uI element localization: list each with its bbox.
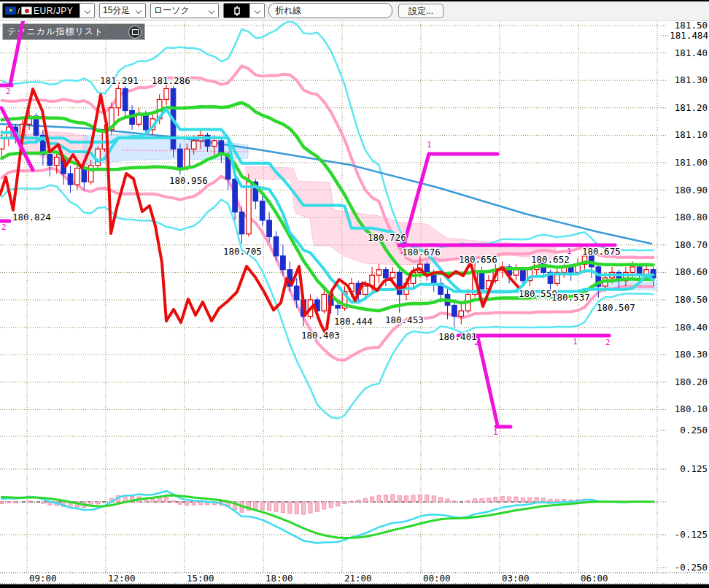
svg-text:181.30: 181.30 [675, 74, 708, 85]
window-top-border [0, 0, 709, 1]
svg-text:181.20: 181.20 [675, 102, 708, 113]
svg-text:180.50: 180.50 [675, 294, 708, 305]
chevron-down-icon[interactable] [131, 4, 145, 18]
candle-style-select[interactable] [223, 3, 265, 18]
chevron-down-icon[interactable] [80, 4, 94, 18]
svg-text:09:00: 09:00 [29, 573, 57, 584]
svg-text:12:00: 12:00 [108, 573, 136, 584]
trendline-handle-label: 2 [613, 246, 618, 255]
panel-title: テクニカル指標リスト [7, 26, 128, 38]
svg-text:180.444: 180.444 [334, 316, 373, 327]
svg-text:06:00: 06:00 [581, 573, 608, 584]
pair-display: ✶ / EUR/JPY [3, 4, 80, 18]
timeframe-label: 15分足 [103, 4, 130, 17]
macd-layer [0, 491, 654, 543]
trendline-handle-label: 1 [427, 140, 432, 150]
svg-text:180.675: 180.675 [582, 246, 621, 257]
toolbar: ✶ / EUR/JPY 15分足 ローソク [0, 1, 709, 21]
trendline-handle-label: 1 [493, 428, 498, 437]
svg-text:180.824: 180.824 [12, 212, 51, 223]
chart-window: ✶ / EUR/JPY 15分足 ローソク [0, 0, 709, 588]
svg-text:180.80: 180.80 [675, 212, 708, 223]
svg-text:180.656: 180.656 [459, 254, 497, 265]
svg-text:180.40: 180.40 [675, 322, 708, 333]
trendline-handle-label: 1 [573, 337, 578, 347]
chart-type-label: ローソク [154, 4, 190, 17]
svg-text:180.453: 180.453 [385, 314, 424, 325]
svg-text:181.50: 181.50 [675, 20, 708, 31]
ichimoku-cloud-layer [18, 132, 657, 290]
overlay-lines-layer [2, 103, 654, 311]
svg-text:180.652: 180.652 [531, 254, 570, 265]
svg-text:0.250: 0.250 [680, 425, 708, 436]
long-ma-layer [0, 124, 651, 244]
price-axis: 181.50181.40181.30181.20181.10181.00180.… [659, 20, 708, 573]
svg-text:180.30: 180.30 [675, 349, 708, 360]
trendline-handle-label: 1 [567, 247, 572, 256]
pair-select[interactable]: ✶ / EUR/JPY [2, 3, 95, 18]
chevron-down-icon[interactable] [249, 4, 264, 18]
svg-text:181.291: 181.291 [100, 75, 139, 86]
settings-label: 設定... [408, 5, 433, 18]
point-labels-layer: 181.291181.286180.956180.824180.705180.7… [12, 75, 635, 342]
svg-text:180.90: 180.90 [675, 185, 708, 196]
svg-text:181.484: 181.484 [670, 30, 708, 41]
svg-text:180.403: 180.403 [301, 330, 340, 341]
overlay-type-field[interactable]: 折れ線 [268, 3, 392, 18]
candle-icon [224, 4, 249, 18]
svg-text:181.286: 181.286 [152, 75, 190, 86]
chevron-down-icon[interactable] [204, 4, 218, 18]
svg-text:180.550: 180.550 [519, 288, 557, 299]
technical-indicator-list-panel[interactable]: テクニカル指標リスト [2, 23, 145, 40]
settings-button[interactable]: 設定... [398, 4, 443, 18]
chart-canvas[interactable]: 2212122121181.291181.286180.956180.82418… [0, 0, 709, 588]
svg-text:180.20: 180.20 [675, 376, 708, 387]
jp-flag-icon [21, 7, 32, 15]
restore-icon[interactable] [128, 26, 142, 39]
pair-separator: / [18, 7, 20, 15]
eu-flag-icon: ✶ [5, 7, 16, 15]
pair-label: EUR/JPY [34, 6, 73, 16]
overlay-type-label: 折れ線 [275, 4, 301, 17]
svg-text:181.00: 181.00 [675, 157, 708, 168]
svg-text:-0.250: -0.250 [675, 562, 708, 573]
svg-text:181.10: 181.10 [675, 129, 708, 140]
trendline-handle-label: 2 [474, 338, 479, 347]
svg-text:0.125: 0.125 [680, 463, 708, 474]
svg-text:180.956: 180.956 [169, 175, 208, 186]
trendline-handle-label: 2 [1, 223, 7, 232]
svg-text:180.70: 180.70 [675, 239, 708, 250]
candles-layer [0, 83, 656, 328]
svg-text:21:00: 21:00 [344, 573, 372, 584]
svg-text:00:00: 00:00 [423, 573, 451, 584]
svg-text:180.60: 180.60 [675, 266, 708, 277]
time-axis: 09:0012:0015:0018:0021:0000:0003:0006:00 [29, 573, 608, 584]
band-layer [2, 21, 654, 419]
svg-text:03:00: 03:00 [502, 573, 530, 584]
svg-text:180.676: 180.676 [402, 247, 441, 258]
svg-text:181.40: 181.40 [675, 47, 708, 58]
svg-text:15:00: 15:00 [187, 573, 214, 584]
trendline-handle-label: 2 [605, 338, 611, 347]
svg-text:180.10: 180.10 [675, 403, 708, 414]
grid-layer [0, 22, 709, 584]
trendline-layer: 2212122121 [0, 9, 618, 437]
chart-type-select[interactable]: ローソク [150, 3, 219, 18]
svg-text:180.507: 180.507 [597, 302, 635, 313]
svg-text:180.537: 180.537 [551, 292, 590, 303]
svg-text:180.726: 180.726 [368, 232, 406, 243]
red-indicator-layer [0, 89, 518, 334]
svg-text:18:00: 18:00 [266, 573, 293, 584]
timeframe-select[interactable]: 15分足 [99, 3, 146, 18]
trendline-handle-label: 2 [6, 87, 11, 96]
svg-text:-0.125: -0.125 [675, 529, 708, 540]
svg-text:180.705: 180.705 [223, 246, 262, 257]
trendline-handle-label: 2 [400, 247, 406, 256]
svg-text:180.401: 180.401 [438, 331, 477, 342]
window-bottom-border [0, 584, 709, 588]
